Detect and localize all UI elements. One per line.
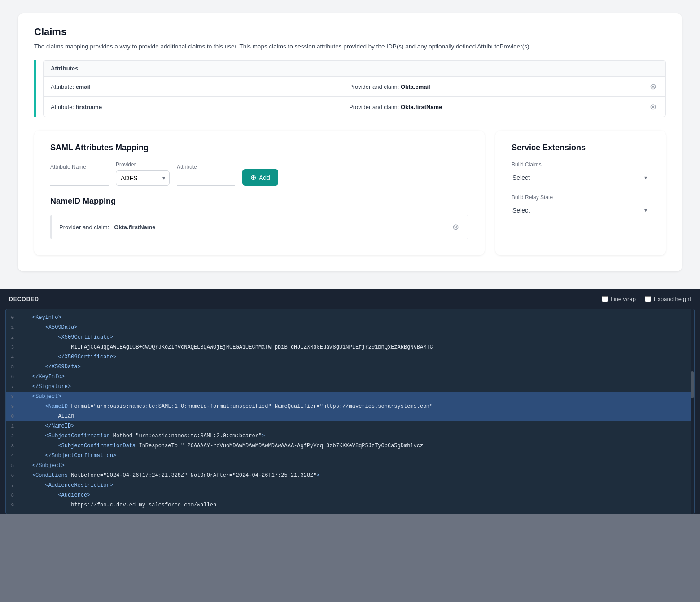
claims-card: Claims The claims mapping provides a way… bbox=[18, 13, 682, 271]
code-line: 9 https://foo-c-dev-ed.my.salesforce.com… bbox=[6, 500, 694, 510]
code-container: 0 <KeyInfo>1 <X509Data>2 <X509Certificat… bbox=[5, 309, 695, 514]
line-content: </KeyInfo> bbox=[19, 372, 74, 382]
line-number: 9 bbox=[6, 500, 19, 510]
code-line: 0 <KeyInfo> bbox=[6, 313, 694, 323]
attribute-label: Attribute bbox=[177, 164, 235, 170]
remove-nameid-button[interactable]: ⊗ bbox=[450, 222, 461, 232]
line-content: <NameID Format="urn:oasis:names:tc:SAML:… bbox=[19, 401, 442, 411]
line-content: <AudienceRestriction> bbox=[19, 480, 122, 490]
line-wrap-checkbox[interactable] bbox=[602, 296, 608, 302]
provider-group: Provider ADFS bbox=[116, 161, 170, 186]
code-area[interactable]: 0 <KeyInfo>1 <X509Data>2 <X509Certificat… bbox=[6, 309, 694, 514]
line-number: 3 bbox=[6, 342, 19, 352]
line-content: Allan bbox=[19, 411, 83, 421]
code-line: 7 </Signature> bbox=[6, 382, 694, 392]
line-content: </X509Certificate> bbox=[19, 352, 125, 362]
add-button-label: Add bbox=[259, 174, 270, 181]
line-wrap-label: Line wrap bbox=[611, 296, 636, 302]
build-relay-label: Build Relay State bbox=[512, 194, 650, 201]
line-number: 2 bbox=[6, 431, 19, 441]
vertical-scrollbar[interactable] bbox=[691, 309, 694, 514]
add-button[interactable]: ⊕ Add bbox=[242, 169, 278, 186]
code-line: 1 <X509Data> bbox=[6, 323, 694, 332]
decoded-label: DECODED bbox=[9, 296, 39, 302]
build-relay-group: Build Relay State Select bbox=[512, 194, 650, 218]
line-content: <Subject> bbox=[19, 392, 70, 401]
claims-title: Claims bbox=[34, 26, 666, 38]
decoded-section: DECODED Line wrap Expand height 0 <KeyIn… bbox=[0, 289, 700, 514]
line-content: <Conditions NotBefore="2024-04-26T17:24:… bbox=[19, 471, 329, 480]
claim-value-2: Okta.firstName bbox=[401, 104, 442, 110]
plus-icon: ⊕ bbox=[250, 173, 256, 182]
service-card: Service Extensions Build Claims Select B… bbox=[495, 131, 666, 255]
claim-label-1: Provider and claim: Okta.email bbox=[349, 83, 648, 90]
table-row: Attribute: firstname Provider and claim:… bbox=[44, 97, 665, 117]
line-number: 7 bbox=[6, 480, 19, 490]
saml-card: SAML Attributes Mapping Attribute Name P… bbox=[34, 131, 485, 255]
table-row: Attribute: email Provider and claim: Okt… bbox=[44, 77, 665, 97]
line-content: <Audience> bbox=[19, 490, 99, 500]
claims-description: The claims mapping provides a way to pro… bbox=[34, 42, 666, 51]
code-line: 1 </NameID> bbox=[6, 421, 694, 431]
code-line: 4 </SubjectConfirmation> bbox=[6, 451, 694, 461]
build-claims-select[interactable]: Select bbox=[512, 170, 650, 185]
code-line: 8 <Subject> bbox=[6, 392, 694, 401]
bottom-row: SAML Attributes Mapping Attribute Name P… bbox=[34, 131, 666, 255]
attr-value-1: email bbox=[76, 83, 91, 90]
remove-row-2-button[interactable]: ⊗ bbox=[648, 101, 658, 112]
code-line: 3 <SubjectConfirmationData InResponseTo=… bbox=[6, 441, 694, 451]
saml-form-row: Attribute Name Provider ADFS Attribute bbox=[50, 161, 468, 186]
claim-value-1: Okta.email bbox=[401, 83, 430, 90]
attr-name-label: Attribute Name bbox=[50, 164, 109, 170]
attr-label-2: Attribute: firstname bbox=[51, 104, 349, 110]
code-line: 7 <AudienceRestriction> bbox=[6, 480, 694, 490]
line-number: 6 bbox=[6, 372, 19, 382]
build-claims-select-wrapper: Select bbox=[512, 170, 650, 185]
line-content: <SubjectConfirmationData InResponseTo="_… bbox=[19, 441, 432, 451]
line-content: </X509Data> bbox=[19, 362, 90, 372]
line-content: </SubjectConfirmation> bbox=[19, 451, 125, 461]
remove-row-1-button[interactable]: ⊗ bbox=[648, 81, 658, 92]
nameid-claim-value: Okta.firstName bbox=[114, 224, 155, 231]
line-content: <X509Data> bbox=[19, 323, 87, 332]
top-section: Claims The claims mapping provides a way… bbox=[0, 0, 700, 289]
build-relay-select[interactable]: Select bbox=[512, 203, 650, 218]
line-number: 7 bbox=[6, 382, 19, 392]
attribute-group: Attribute bbox=[177, 164, 235, 186]
line-number: 5 bbox=[6, 461, 19, 471]
line-number: 1 bbox=[6, 323, 19, 332]
decoded-options: Line wrap Expand height bbox=[602, 296, 691, 302]
nameid-box: Provider and claim: Okta.firstName ⊗ bbox=[50, 215, 468, 239]
line-content: https://foo-c-dev-ed.my.salesforce.com/w… bbox=[19, 500, 225, 510]
nameid-claim-text: Provider and claim: Okta.firstName bbox=[59, 224, 156, 231]
expand-height-checkbox[interactable] bbox=[645, 296, 651, 302]
provider-select[interactable]: ADFS bbox=[116, 170, 170, 186]
line-number: 4 bbox=[6, 352, 19, 362]
line-wrap-option[interactable]: Line wrap bbox=[602, 296, 636, 302]
expand-height-option[interactable]: Expand height bbox=[645, 296, 691, 302]
line-number: 8 bbox=[6, 392, 19, 401]
code-line: 4 </X509Certificate> bbox=[6, 352, 694, 362]
line-number: 6 bbox=[6, 471, 19, 480]
attr-name-input[interactable] bbox=[50, 173, 109, 186]
claim-label-2: Provider and claim: Okta.firstName bbox=[349, 104, 648, 110]
line-number: 1 bbox=[6, 421, 19, 431]
provider-select-wrapper: ADFS bbox=[116, 170, 170, 186]
build-claims-group: Build Claims Select bbox=[512, 161, 650, 185]
line-content: <KeyInfo> bbox=[19, 313, 70, 323]
line-content: </Subject> bbox=[19, 461, 74, 471]
code-line: 6 <Conditions NotBefore="2024-04-26T17:2… bbox=[6, 471, 694, 480]
line-number: 3 bbox=[6, 441, 19, 451]
code-line: 6 </KeyInfo> bbox=[6, 372, 694, 382]
saml-section-title: SAML Attributes Mapping bbox=[50, 143, 468, 153]
attr-value-2: firstname bbox=[76, 104, 102, 110]
code-line: 0 Allan bbox=[6, 411, 694, 421]
attribute-input[interactable] bbox=[177, 173, 235, 186]
expand-height-label: Expand height bbox=[654, 296, 691, 302]
line-number: 4 bbox=[6, 451, 19, 461]
code-line: 5 </X509Data> bbox=[6, 362, 694, 372]
code-line: 5 </Subject> bbox=[6, 461, 694, 471]
build-relay-select-wrapper: Select bbox=[512, 203, 650, 218]
attributes-box: Attributes Attribute: email Provider and… bbox=[43, 60, 666, 117]
code-line: 8 <Audience> bbox=[6, 490, 694, 500]
